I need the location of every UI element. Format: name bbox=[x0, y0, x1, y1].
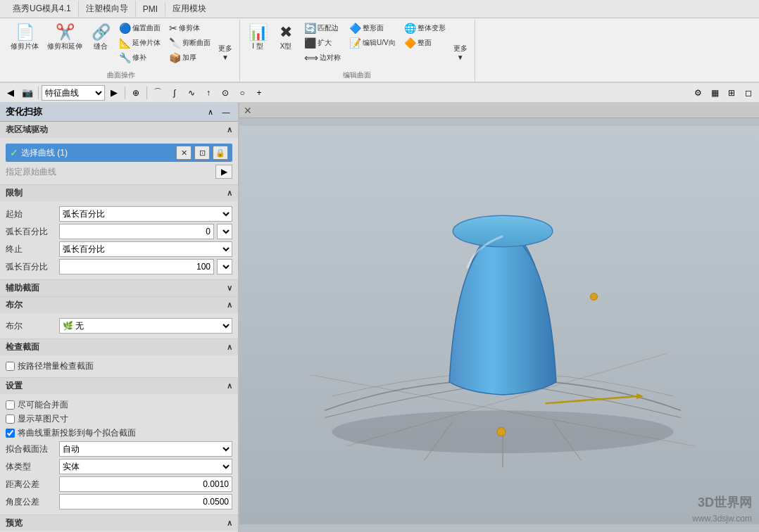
section-limit: 限制 ∧ 起始 弧长百分比 弧长百分比 bbox=[0, 185, 238, 280]
curve-btn3[interactable]: 🔒 bbox=[213, 146, 228, 160]
close-tab-x[interactable]: ✕ bbox=[244, 105, 252, 116]
toolbar-sep3 bbox=[146, 87, 147, 99]
body-type-select[interactable]: 实体 bbox=[59, 459, 232, 474]
toolbar-tool6[interactable]: ⊙ bbox=[218, 85, 233, 101]
ribbon-btn-thicken[interactable]: 📦加厚 bbox=[165, 51, 214, 65]
app-menu-item3[interactable]: PMI bbox=[136, 2, 165, 16]
dist-tol-input[interactable] bbox=[59, 476, 232, 492]
section-header-preview[interactable]: 预览 ∧ bbox=[0, 515, 238, 531]
chevron-up-bool: ∧ bbox=[227, 300, 232, 310]
app-menu-item4[interactable]: 应用模块 bbox=[165, 1, 213, 17]
ribbon-btn-trim-sheet[interactable]: 📄 修剪片体 bbox=[7, 21, 42, 53]
toolbar-settings4[interactable]: ◻ bbox=[741, 85, 756, 101]
ribbon-btn-more1[interactable]: 更多▼ bbox=[215, 42, 235, 63]
left-panel: 变化扫掠 ∧ — 表区域驱动 ∧ ✓ 选择曲线 (1) ✕ bbox=[0, 103, 239, 532]
ribbon-btn-global-deform[interactable]: 🌐整体变形 bbox=[401, 21, 449, 35]
arc-pct-start-input[interactable] bbox=[59, 224, 214, 239]
section-aux: 辅助截面 ∨ bbox=[0, 280, 238, 297]
section-header-settings[interactable]: 设置 ∧ bbox=[0, 378, 238, 394]
section-bool: 布尔 ∧ 布尔 🌿 无 bbox=[0, 297, 238, 339]
toolbar-tool8[interactable]: + bbox=[251, 85, 267, 101]
arc-pct-start-select[interactable] bbox=[217, 224, 232, 239]
toolbar-tool2[interactable]: ⌒ bbox=[150, 85, 165, 101]
viewport-3d[interactable]: 3D世界网 www.3dsjw.com bbox=[239, 118, 759, 532]
toolbar-settings1[interactable]: ⚙ bbox=[690, 85, 705, 101]
ribbon-btn-offset-surface[interactable]: 🔵偏置曲面 bbox=[115, 21, 164, 35]
ribbon-group-label-edit: 编辑曲面 bbox=[240, 70, 475, 80]
merge-faces-checkbox[interactable] bbox=[6, 400, 15, 410]
ribbon-btn-match-edge[interactable]: 🔄匹配边 bbox=[301, 21, 344, 35]
toolbar-back-btn[interactable]: ◀ bbox=[3, 85, 18, 101]
curve-btn2[interactable]: ⊡ bbox=[194, 146, 210, 160]
chevron-down-aux: ∨ bbox=[227, 284, 232, 293]
ribbon-btn-expand[interactable]: ⬛扩大 bbox=[301, 36, 344, 50]
angle-tol-input[interactable] bbox=[59, 494, 232, 509]
ribbon-group-label-surface: 曲面操作 bbox=[3, 70, 239, 80]
section-header-aux[interactable]: 辅助截面 ∨ bbox=[0, 280, 238, 296]
feature-curve-select[interactable]: 特征曲线 bbox=[42, 85, 105, 101]
watermark: 3D世界网 www.3dsjw.com bbox=[692, 493, 752, 525]
ribbon-btn-i-type[interactable]: 📊 I 型 bbox=[244, 21, 271, 53]
arc-pct-end-input[interactable] bbox=[59, 259, 214, 274]
show-dims-checkbox[interactable] bbox=[6, 414, 15, 424]
check-section-label: 按路径增量检查截面 bbox=[18, 360, 94, 372]
specify-label: 指定原始曲线 bbox=[6, 166, 213, 178]
label-bool: 布尔 bbox=[6, 320, 56, 332]
section-header-limit[interactable]: 限制 ∧ bbox=[0, 185, 238, 201]
reproject-label: 将曲线重新投影到每个拟合截面 bbox=[18, 427, 136, 439]
section-header-drive[interactable]: 表区域驱动 ∧ bbox=[0, 122, 238, 138]
arc-pct-end-select[interactable] bbox=[217, 259, 232, 274]
ribbon-btn-trim-extend[interactable]: ✂️ 修剪和延伸 bbox=[44, 21, 86, 53]
section-header-bool[interactable]: 布尔 ∧ bbox=[0, 297, 238, 313]
start-type-select[interactable]: 弧长百分比 bbox=[59, 206, 232, 222]
label-angle-tol: 角度公差 bbox=[6, 496, 56, 508]
panel-up-btn[interactable]: ∧ bbox=[204, 106, 217, 118]
ribbon-btn-edge-sym[interactable]: ⟺边对称 bbox=[301, 51, 344, 65]
ribbon-btn-cut-surface[interactable]: 🔪剪断曲面 bbox=[165, 36, 214, 50]
ribbon-btn-x-type[interactable]: ✖ X型 bbox=[272, 21, 299, 53]
label-arc-pct-end: 弧长百分比 bbox=[6, 261, 56, 273]
selected-curve-label: 选择曲线 (1) bbox=[21, 147, 173, 159]
fit-method-select[interactable]: 自动 bbox=[59, 441, 232, 457]
selected-curve-item[interactable]: ✓ 选择曲线 (1) ✕ ⊡ 🔒 bbox=[6, 144, 232, 162]
section-preview: 预览 ∧ 预览 显示结果 🔍 bbox=[0, 515, 238, 532]
toolbar-settings2[interactable]: ▦ bbox=[707, 85, 722, 101]
tab-close-bar: ✕ bbox=[239, 103, 759, 118]
ribbon-group-surface: 📄 修剪片体 ✂️ 修剪和延伸 🔗 缝合 🔵偏置曲面 📐延伸片体 bbox=[3, 20, 240, 82]
toolbar-tool4[interactable]: ∿ bbox=[184, 85, 199, 101]
app-menu-item2[interactable]: 注塑模向导 bbox=[79, 1, 136, 17]
chevron-up-drive: ∧ bbox=[227, 125, 232, 134]
reproject-checkbox[interactable] bbox=[6, 429, 15, 438]
ribbon-btn-more2[interactable]: 更多▼ bbox=[451, 42, 470, 63]
chevron-up-settings: ∧ bbox=[227, 381, 232, 391]
toolbar-sep2 bbox=[125, 87, 125, 99]
curve-btn1[interactable]: ✕ bbox=[176, 146, 192, 160]
specify-arrow-btn[interactable]: ▶ bbox=[215, 165, 232, 179]
toolbar: ◀ 📷 特征曲线 ▶ ⊕ ⌒ ∫ ∿ ↑ ⊙ ○ + ⚙ ▦ ⊞ ◻ bbox=[0, 83, 759, 103]
ribbon-btn-sew[interactable]: 🔗 缝合 bbox=[87, 21, 114, 53]
check-section-checkbox[interactable] bbox=[6, 362, 15, 371]
scene-svg bbox=[239, 118, 759, 532]
toolbar-settings3[interactable]: ⊞ bbox=[724, 85, 739, 101]
section-header-check[interactable]: 检查截面 ∧ bbox=[0, 339, 238, 355]
bool-select[interactable]: 🌿 无 bbox=[59, 318, 232, 334]
ribbon-btn-trim-body[interactable]: ✂修剪体 bbox=[165, 21, 214, 35]
panel-header: 变化扫掠 ∧ — bbox=[0, 103, 238, 122]
toolbar-tool1[interactable]: ⊕ bbox=[128, 85, 144, 101]
app-menu-item[interactable]: 燕秀UG模具4.1 bbox=[6, 1, 79, 17]
label-arc-pct-start: 弧长百分比 bbox=[6, 226, 56, 238]
toolbar-arrow-btn[interactable]: ▶ bbox=[106, 85, 122, 101]
viewport-area: ✕ bbox=[239, 103, 759, 532]
ribbon-btn-global-surface[interactable]: 🔶整面 bbox=[401, 36, 449, 50]
ribbon-btn-patch[interactable]: 🔧修补 bbox=[115, 51, 164, 65]
svg-point-7 bbox=[497, 428, 506, 436]
ribbon-btn-edit-uv[interactable]: 📝编辑U/V向 bbox=[346, 36, 399, 50]
end-type-select[interactable]: 弧长百分比 bbox=[59, 241, 232, 257]
toolbar-tool7[interactable]: ○ bbox=[234, 85, 250, 101]
toolbar-cam-btn[interactable]: 📷 bbox=[20, 85, 35, 101]
toolbar-tool3[interactable]: ∫ bbox=[167, 85, 182, 101]
ribbon-btn-reshape[interactable]: 🔷整形面 bbox=[346, 21, 399, 35]
toolbar-tool5[interactable]: ↑ bbox=[201, 85, 216, 101]
ribbon-btn-extend-body[interactable]: 📐延伸片体 bbox=[115, 36, 164, 50]
panel-minimize-btn[interactable]: — bbox=[220, 106, 232, 118]
